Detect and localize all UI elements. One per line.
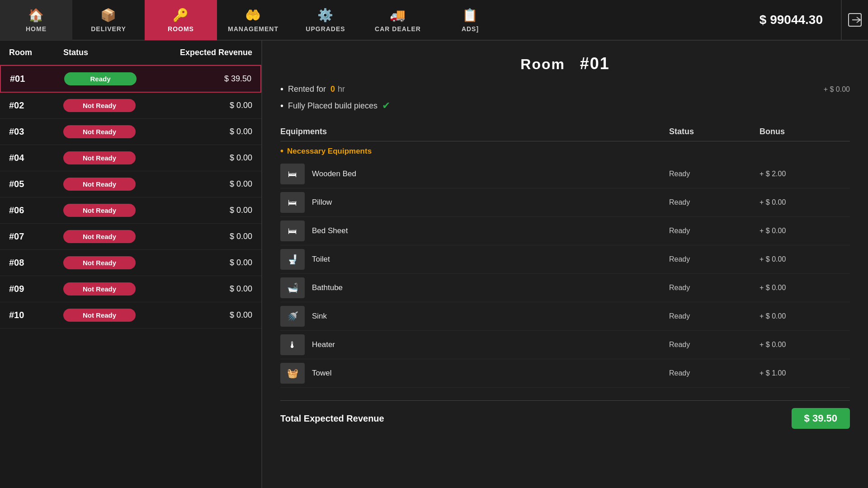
room-revenue-10: $ 0.00 — [136, 310, 252, 320]
equipment-rows: 🛏 Wooden Bed Ready + $ 2.00 🛏 Pillow Rea… — [280, 160, 850, 388]
equip-icon-7: 🌡 — [280, 334, 305, 355]
equip-name-4: Toilet — [312, 255, 330, 264]
equip-name-cell-7: 🌡 Heater — [280, 334, 669, 355]
equip-bonus-7: + $ 0.00 — [760, 341, 850, 349]
fully-placed-row: • Fully Placed build pieces ✔ — [280, 100, 850, 112]
room-number-10: #10 — [9, 310, 63, 320]
equip-bonus-4: + $ 0.00 — [760, 255, 850, 263]
col-revenue: Expected Revenue — [136, 48, 252, 57]
status-badge-10: Not Ready — [63, 309, 136, 322]
room-rows: #01 Ready $ 39.50 #02 Not Ready $ 0.00 #… — [0, 65, 261, 328]
home-icon: 🏠 — [28, 8, 44, 23]
status-badge-6: Not Ready — [63, 204, 136, 217]
nav-item-upgrades[interactable]: ⚙️UPGRADES — [289, 0, 362, 40]
status-badge-3: Not Ready — [63, 125, 136, 138]
equip-bonus-1: + $ 2.00 — [760, 170, 850, 178]
room-row-3[interactable]: #03 Not Ready $ 0.00 — [0, 119, 261, 145]
top-navigation: 🏠HOME📦DELIVERY🔑ROOMS🤲MANAGEMENT⚙️UPGRADE… — [0, 0, 868, 41]
room-revenue-8: $ 0.00 — [136, 258, 252, 267]
nav-label-management: MANAGEMENT — [228, 25, 278, 33]
nav-item-rooms[interactable]: 🔑ROOMS — [145, 0, 217, 40]
checkmark-icon: ✔ — [382, 100, 390, 112]
room-revenue-2: $ 0.00 — [136, 101, 252, 110]
logout-button[interactable] — [841, 0, 868, 40]
equipment-row-3: 🛏 Bed Sheet Ready + $ 0.00 — [280, 217, 850, 245]
room-title-number: #01 — [580, 54, 610, 73]
nav-item-management[interactable]: 🤲MANAGEMENT — [217, 0, 289, 40]
equipment-row-2: 🛏 Pillow Ready + $ 0.00 — [280, 188, 850, 217]
room-number-2: #02 — [9, 100, 63, 111]
room-row-4[interactable]: #04 Not Ready $ 0.00 — [0, 145, 261, 171]
rented-for-row: • Rented for 0 hr + $ 0.00 — [280, 84, 850, 94]
equip-icon-4: 🚽 — [280, 249, 305, 270]
bullet-icon: • — [280, 84, 283, 94]
status-badge-9: Not Ready — [63, 282, 136, 296]
status-badge-4: Not Ready — [63, 151, 136, 164]
rooms-icon: 🔑 — [173, 8, 189, 23]
equip-status-1: Ready — [669, 170, 760, 178]
equip-name-6: Sink — [312, 312, 327, 321]
room-row-10[interactable]: #10 Not Ready $ 0.00 — [0, 302, 261, 328]
equip-bonus-8: + $ 1.00 — [760, 369, 850, 377]
status-badge-7: Not Ready — [63, 230, 136, 243]
management-icon: 🤲 — [245, 8, 261, 23]
car-dealer-icon: 🚚 — [390, 8, 406, 23]
room-row-6[interactable]: #06 Not Ready $ 0.00 — [0, 197, 261, 224]
room-title-prefix: Room — [520, 56, 565, 72]
nav-item-ads[interactable]: 📋ADS] — [434, 0, 506, 40]
bullet-icon-2: • — [280, 101, 283, 111]
equip-icon-6: 🚿 — [280, 306, 305, 327]
equipment-row-6: 🚿 Sink Ready + $ 0.00 — [280, 302, 850, 331]
room-list-header: Room Status Expected Revenue — [0, 41, 261, 65]
equipment-row-7: 🌡 Heater Ready + $ 0.00 — [280, 331, 850, 359]
room-revenue-9: $ 0.00 — [136, 284, 252, 294]
nav-label-rooms: ROOMS — [168, 25, 194, 33]
nav-item-home[interactable]: 🏠HOME — [0, 0, 72, 40]
nav-label-upgrades: UPGRADES — [306, 25, 345, 33]
balance-display: $ 99044.30 — [760, 13, 841, 27]
nav-label-home: HOME — [26, 25, 47, 33]
main-layout: Room Status Expected Revenue #01 Ready $… — [0, 41, 868, 488]
equip-icon-3: 🛏 — [280, 221, 305, 241]
room-number-6: #06 — [9, 205, 63, 216]
rented-value: 0 — [330, 84, 335, 94]
room-row-8[interactable]: #08 Not Ready $ 0.00 — [0, 250, 261, 276]
equip-name-cell-6: 🚿 Sink — [280, 306, 669, 327]
equip-name-7: Heater — [312, 340, 335, 349]
equip-col-status: Status — [669, 127, 760, 136]
equip-col-name: Equipments — [280, 127, 669, 136]
room-row-5[interactable]: #05 Not Ready $ 0.00 — [0, 171, 261, 197]
equip-bonus-3: + $ 0.00 — [760, 227, 850, 235]
room-number-5: #05 — [9, 179, 63, 189]
equipment-row-1: 🛏 Wooden Bed Ready + $ 2.00 — [280, 160, 850, 188]
room-revenue-6: $ 0.00 — [136, 206, 252, 215]
equip-name-cell-1: 🛏 Wooden Bed — [280, 164, 669, 184]
equip-status-5: Ready — [669, 284, 760, 292]
equip-name-cell-5: 🛁 Bathtube — [280, 277, 669, 298]
room-info-section: • Rented for 0 hr + $ 0.00 • Fully Place… — [280, 84, 850, 112]
col-room: Room — [9, 48, 63, 57]
room-row-9[interactable]: #09 Not Ready $ 0.00 — [0, 276, 261, 302]
room-row-1[interactable]: #01 Ready $ 39.50 — [0, 65, 261, 93]
equip-name-3: Bed Sheet — [312, 226, 348, 235]
room-row-7[interactable]: #07 Not Ready $ 0.00 — [0, 224, 261, 250]
equip-name-cell-8: 🧺 Towel — [280, 363, 669, 384]
room-row-2[interactable]: #02 Not Ready $ 0.00 — [0, 93, 261, 119]
equip-name-cell-3: 🛏 Bed Sheet — [280, 221, 669, 241]
room-number-8: #08 — [9, 258, 63, 268]
rented-label: Rented for — [288, 84, 326, 94]
equip-bonus-5: + $ 0.00 — [760, 284, 850, 292]
nav-item-delivery[interactable]: 📦DELIVERY — [72, 0, 145, 40]
fully-placed-label: Fully Placed build pieces — [288, 101, 377, 111]
total-label: Total Expected Revenue — [280, 413, 384, 424]
room-revenue-3: $ 0.00 — [136, 127, 252, 136]
room-revenue-1: $ 39.50 — [137, 74, 251, 84]
equip-icon-5: 🛁 — [280, 277, 305, 298]
equipment-table-header: Equipments Status Bonus — [280, 122, 850, 141]
ads-icon: 📋 — [462, 8, 478, 23]
col-status: Status — [63, 48, 136, 57]
status-badge-5: Not Ready — [63, 178, 136, 191]
nav-item-car-dealer[interactable]: 🚚CAR DEALER — [362, 0, 434, 40]
room-list-panel: Room Status Expected Revenue #01 Ready $… — [0, 41, 262, 488]
room-number-1: #01 — [10, 74, 64, 84]
